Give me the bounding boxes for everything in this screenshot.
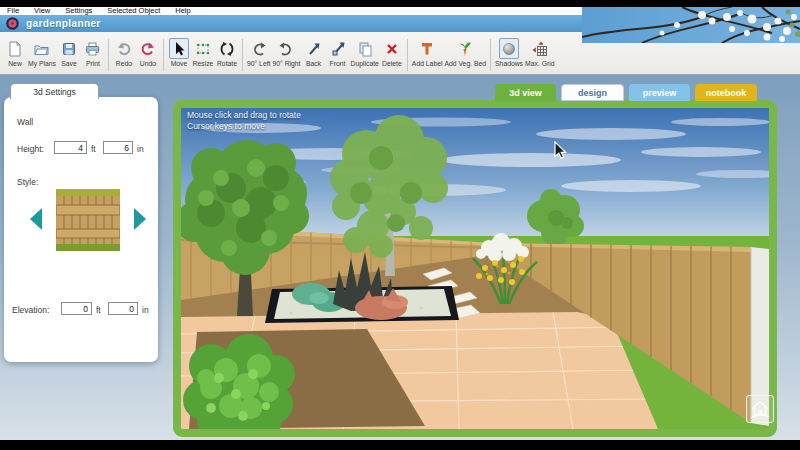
floppy-disk-icon [59, 38, 79, 59]
toolbar-button-new[interactable]: New [4, 38, 26, 67]
settings-panel: Wall Height: ft in Style: [4, 97, 158, 362]
elevation-in-input[interactable] [108, 302, 138, 315]
viewport-hint-text: Mouse click and drag to rotate Cursor ke… [187, 110, 301, 132]
toolbar-button-add-label[interactable]: Add Label [412, 38, 443, 67]
viewport-3d-frame [173, 100, 777, 437]
menu-file[interactable]: File [7, 7, 19, 15]
toolbar-button-max-grid[interactable]: Max. Grid [525, 38, 554, 67]
undo-arrow-icon [138, 38, 158, 59]
text-label-icon [417, 38, 437, 59]
gardenplanner-watermark [746, 395, 774, 423]
toolbar-button-back[interactable]: Back [303, 38, 325, 67]
style-label: Style: [17, 177, 38, 187]
toolbar-button-my-plans[interactable]: My Plans [28, 38, 56, 67]
toolbar-button-duplicate[interactable]: Duplicate [351, 38, 379, 67]
hint-line-1: Mouse click and drag to rotate [187, 110, 301, 121]
move-cursor-icon [169, 38, 189, 59]
wall-height-in-input[interactable] [103, 141, 133, 154]
bring-to-front-icon [328, 38, 348, 59]
toolbar-button-undo[interactable]: Undo [137, 38, 159, 67]
toolbar-button-90-left[interactable]: 90° Left [247, 38, 271, 67]
style-prev-arrow[interactable] [30, 208, 42, 230]
toolbar-separator [108, 39, 109, 71]
menu-selected-object[interactable]: Selected Object [107, 7, 160, 15]
unit-in-label: in [137, 144, 144, 154]
wall-section-label: Wall [17, 117, 33, 127]
toolbar-separator [490, 39, 491, 71]
settings-panel-tab[interactable]: 3d Settings [10, 83, 99, 99]
style-next-arrow[interactable] [134, 208, 146, 230]
toolbar-button-move[interactable]: Move [168, 38, 190, 67]
duplicate-pages-icon [355, 38, 375, 59]
menu-bar: File View Settings Selected Object Help [0, 7, 585, 15]
mouse-cursor [554, 141, 568, 164]
menu-view[interactable]: View [34, 7, 50, 15]
new-document-icon [5, 38, 25, 59]
fence-style-preview [56, 189, 120, 251]
redo-arrow-icon [114, 38, 134, 59]
send-to-back-icon [304, 38, 324, 59]
toolbar-button-rotate[interactable]: Rotate [216, 38, 238, 67]
shadow-sphere-icon [499, 38, 519, 59]
toolbar-button-delete[interactable]: Delete [381, 38, 403, 67]
house-logo-icon [748, 397, 772, 421]
toolbar-button-redo[interactable]: Redo [113, 38, 135, 67]
app-window: File View Settings Selected Object Help … [0, 0, 800, 450]
toolbar-button-90-right[interactable]: 90° Right [272, 38, 300, 67]
printer-icon [83, 38, 103, 59]
rotate-90-right-icon [276, 38, 296, 59]
title-bar: gardenplanner [0, 15, 585, 32]
unit-ft-label: ft [96, 305, 101, 315]
toolbar-button-add-veg-bed[interactable]: Add Veg. Bed [444, 38, 486, 67]
vegetable-sprout-icon [455, 38, 475, 59]
toolbar-separator [163, 39, 164, 71]
tab-notebook[interactable]: notebook [695, 84, 757, 101]
app-title: gardenplanner [26, 18, 101, 29]
toolbar-separator [407, 39, 408, 71]
toolbar-separator [242, 39, 243, 71]
height-label: Height: [17, 144, 44, 154]
toolbar-button-shadows[interactable]: Shadows [495, 38, 523, 67]
wall-style-picker [26, 187, 150, 253]
garden-3d-scene[interactable] [181, 108, 769, 429]
desktop-wallpaper [582, 7, 800, 43]
tab-preview[interactable]: preview [629, 84, 690, 101]
unit-in-label: in [142, 305, 149, 315]
resize-handles-icon [193, 38, 213, 59]
tab-design[interactable]: design [561, 84, 624, 101]
toolbar-button-save[interactable]: Save [58, 38, 80, 67]
menu-help[interactable]: Help [175, 7, 190, 15]
toolbar-button-front[interactable]: Front [327, 38, 349, 67]
elevation-ft-input[interactable] [61, 302, 92, 315]
menu-settings[interactable]: Settings [65, 7, 92, 15]
gardenplanner-logo-icon [6, 17, 19, 30]
wall-height-ft-input[interactable] [54, 141, 87, 154]
folder-icon [32, 38, 52, 59]
max-grid-icon [530, 38, 550, 59]
hint-line-2: Cursor keys to move [187, 121, 301, 132]
tab-3d-view[interactable]: 3d view [495, 84, 556, 102]
delete-x-icon [382, 38, 402, 59]
rotate-arrows-icon [217, 38, 237, 59]
unit-ft-label: ft [91, 144, 96, 154]
elevation-label: Elevation: [12, 305, 49, 315]
rotate-90-left-icon [249, 38, 269, 59]
toolbar-button-resize[interactable]: Resize [192, 38, 214, 67]
settings-panel-title: 3d Settings [33, 87, 76, 97]
toolbar-button-print[interactable]: Print [82, 38, 104, 67]
